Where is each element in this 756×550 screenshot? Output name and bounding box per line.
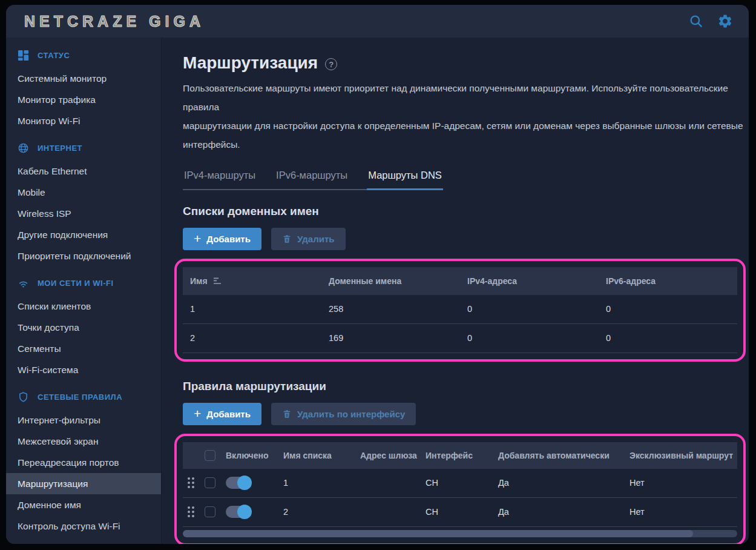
table-cell: 0 bbox=[460, 304, 599, 314]
page-description: Пользовательские маршруты имеют приорите… bbox=[183, 79, 745, 154]
sidebar-item[interactable]: Mobile bbox=[6, 182, 161, 203]
sidebar-item[interactable]: Контроль доступа Wi-Fi bbox=[6, 515, 161, 537]
sidebar-section-internet: ИНТЕРНЕТ bbox=[6, 135, 161, 161]
search-icon[interactable] bbox=[688, 13, 704, 29]
table-cell: 2 bbox=[183, 333, 321, 343]
gear-icon[interactable] bbox=[717, 13, 733, 29]
sidebar-section-rules: СЕТЕВЫЕ ПРАВИЛА bbox=[6, 384, 161, 409]
page-title: Маршрутизация bbox=[183, 53, 318, 73]
table-cell: 0 bbox=[460, 333, 599, 343]
cell-list-name: 2 bbox=[283, 507, 288, 517]
sidebar-item[interactable]: Точки доступа bbox=[6, 317, 161, 338]
table-cell: 0 bbox=[599, 333, 737, 343]
cell-list-name: 1 bbox=[283, 478, 288, 488]
sidebar-section-status: СТАТУС bbox=[6, 42, 161, 68]
cell-auto-add: Да bbox=[498, 507, 509, 517]
sidebar-item[interactable]: Монитор трафика bbox=[6, 89, 161, 110]
add-routing-rule-button[interactable]: + Добавить bbox=[183, 403, 261, 425]
sidebar-item[interactable]: Списки клиентов bbox=[6, 296, 161, 317]
sidebar-item[interactable]: Другие подключения bbox=[6, 224, 161, 245]
domain-lists-toolbar: + Добавить Удалить bbox=[183, 228, 745, 250]
help-icon[interactable]: ? bbox=[325, 58, 337, 70]
routing-rules-heading: Правила маршрутизации bbox=[183, 380, 745, 393]
delete-domain-list-button[interactable]: Удалить bbox=[271, 228, 346, 250]
routing-rules-toolbar: + Добавить Удалить по интерфейсу bbox=[183, 403, 745, 425]
domain-lists-heading: Списки доменных имен bbox=[183, 205, 745, 218]
add-domain-list-button[interactable]: + Добавить bbox=[183, 228, 261, 250]
domain-lists-table-body: 125800216900 bbox=[183, 295, 737, 353]
table-row[interactable]: 1CHДаНет bbox=[183, 469, 737, 498]
column-header: Включено bbox=[226, 451, 269, 460]
table-cell: 0 bbox=[599, 304, 737, 314]
globe-icon bbox=[18, 142, 29, 154]
column-header: Имя списка bbox=[283, 451, 332, 460]
drag-handle-icon[interactable] bbox=[188, 506, 194, 517]
description-line: интерфейсы. bbox=[183, 135, 745, 154]
sidebar-item[interactable]: Приоритеты подключений bbox=[6, 245, 161, 267]
plus-icon: + bbox=[194, 232, 201, 245]
sidebar-item[interactable]: Межсетевой экран bbox=[6, 431, 161, 452]
table-row[interactable]: 2CHДаНет bbox=[183, 498, 737, 527]
description-line: маршрутизации для настройки доступа к оп… bbox=[183, 116, 745, 135]
column-header: Интерфейс bbox=[426, 451, 473, 460]
sidebar-item[interactable]: Wi-Fi-система bbox=[6, 359, 161, 380]
app-logo: NETCRAZEGIGA bbox=[24, 13, 205, 30]
logo-text-netcraze: NETCRAZE bbox=[24, 13, 140, 30]
sidebar-section-label: СТАТУС bbox=[38, 51, 70, 60]
sidebar-item[interactable]: Переадресация портов bbox=[6, 452, 161, 473]
domain-lists-table-header: ИмяДоменные именаIPv4-адресаIPv6-адреса bbox=[183, 267, 737, 295]
sidebar-item[interactable]: Доменное имя bbox=[6, 494, 161, 515]
main-content: Маршрутизация ? Пользовательские маршрут… bbox=[162, 38, 749, 544]
scrollbar-thumb[interactable] bbox=[183, 530, 693, 537]
sidebar-section-networks: МОИ СЕТИ И WI-FI bbox=[6, 270, 161, 296]
column-header: IPv6-адреса bbox=[599, 276, 737, 286]
column-header: Доменные имена bbox=[321, 276, 460, 286]
table-row[interactable]: 125800 bbox=[183, 295, 737, 324]
sidebar-item[interactable]: Монитор Wi-Fi bbox=[6, 110, 161, 131]
trash-icon bbox=[282, 409, 292, 419]
dashboard-icon bbox=[18, 50, 29, 61]
page-title-row: Маршрутизация ? bbox=[183, 53, 745, 73]
sidebar-item[interactable]: Маршрутизация bbox=[6, 473, 161, 494]
drag-handle-icon[interactable] bbox=[188, 477, 194, 488]
app-window: NETCRAZEGIGA СТАТУССистемный мониторМони… bbox=[6, 5, 749, 544]
shield-icon bbox=[18, 391, 29, 403]
routing-rules-table-header: ВключеноИмя спискаАдрес шлюзаИнтерфейсДо… bbox=[183, 442, 737, 469]
sidebar-item[interactable]: Сегменты bbox=[6, 338, 161, 359]
header-icons bbox=[688, 13, 733, 29]
column-header[interactable]: Имя bbox=[183, 276, 321, 286]
delete-by-interface-button[interactable]: Удалить по интерфейсу bbox=[271, 403, 416, 425]
column-header: Эксклюзивный маршрут bbox=[629, 451, 733, 460]
sidebar-item[interactable]: Wireless ISP bbox=[6, 203, 161, 224]
row-checkbox[interactable] bbox=[205, 506, 215, 517]
cell-exclusive: Нет bbox=[629, 507, 645, 517]
row-checkbox[interactable] bbox=[205, 477, 215, 488]
routing-rules-table: ВключеноИмя спискаАдрес шлюзаИнтерфейсДо… bbox=[183, 442, 737, 537]
enabled-toggle[interactable] bbox=[226, 506, 250, 518]
logo-text-giga: GIGA bbox=[149, 13, 205, 30]
tab-ipv6-маршруты[interactable]: IPv6-маршруты bbox=[275, 166, 349, 189]
tab-ipv4-маршруты[interactable]: IPv4-маршруты bbox=[183, 166, 257, 189]
enabled-toggle[interactable] bbox=[226, 477, 250, 489]
sidebar-section-label: МОИ СЕТИ И WI-FI bbox=[38, 279, 114, 288]
cell-interface: CH bbox=[426, 478, 438, 488]
sort-icon[interactable] bbox=[213, 277, 222, 285]
tab-маршруты-dns[interactable]: Маршруты DNS bbox=[367, 166, 443, 190]
sidebar-item[interactable]: Интернет-фильтры bbox=[6, 409, 161, 431]
column-header: Адрес шлюза bbox=[360, 451, 417, 460]
wifi-icon bbox=[18, 277, 29, 289]
routing-rules-table-body: 1CHДаНет2CHДаНет bbox=[183, 469, 737, 527]
cell-exclusive: Нет bbox=[629, 478, 645, 488]
highlight-box-routing-rules: ВключеноИмя спискаАдрес шлюзаИнтерфейсДо… bbox=[174, 434, 746, 545]
column-header: Добавлять автоматически bbox=[498, 451, 610, 460]
sidebar-nav: СТАТУССистемный мониторМонитор трафикаМо… bbox=[6, 38, 162, 544]
sidebar-item[interactable]: Кабель Ethernet bbox=[6, 161, 161, 182]
select-all-checkbox[interactable] bbox=[205, 450, 215, 461]
highlight-box-domain-lists: ИмяДоменные именаIPv4-адресаIPv6-адреса … bbox=[174, 259, 746, 362]
plus-icon: + bbox=[194, 407, 201, 420]
table-row[interactable]: 216900 bbox=[183, 324, 737, 353]
app-header: NETCRAZEGIGA bbox=[6, 5, 749, 38]
cell-interface: CH bbox=[426, 507, 438, 517]
sidebar-item[interactable]: Системный монитор bbox=[6, 68, 161, 89]
horizontal-scrollbar[interactable] bbox=[183, 530, 737, 537]
